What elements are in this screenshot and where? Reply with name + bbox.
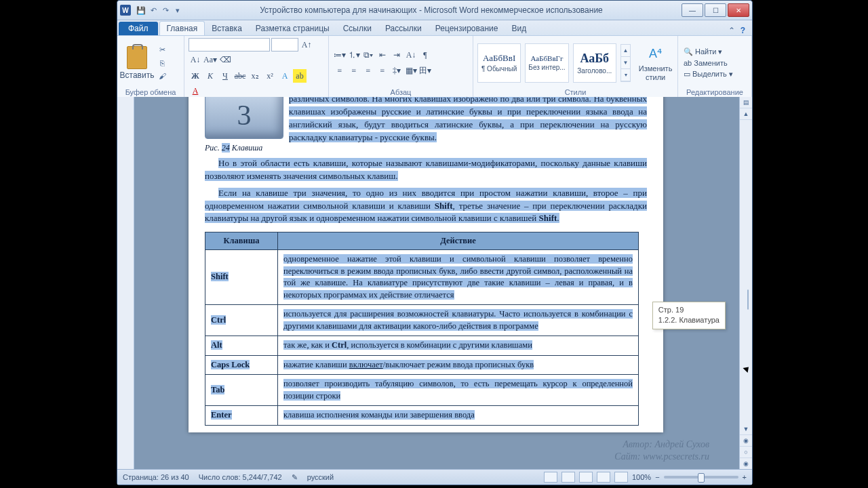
ruler-toggle-icon[interactable]: ▤ <box>740 97 752 108</box>
format-painter-icon[interactable]: 🖌 <box>157 70 167 81</box>
browse-object-icon[interactable]: ○ <box>740 447 752 458</box>
outdent-icon[interactable]: ⇤ <box>376 48 389 62</box>
word-window: W 💾 ↶ ↷ ▾ Устройство компьютера для начи… <box>117 0 753 485</box>
scroll-down-icon[interactable]: ▼ <box>740 424 752 435</box>
figure-key-image: 3 <box>205 97 283 139</box>
next-page-icon[interactable]: ◉ <box>740 458 752 470</box>
find-icon: 🔍 <box>684 47 693 56</box>
table-header: Действие <box>278 232 639 250</box>
minimize-ribbon-icon[interactable]: ⌃ <box>728 26 735 35</box>
find-button[interactable]: 🔍Найти ▾ <box>682 47 734 57</box>
numbering-icon[interactable]: ⒈▾ <box>347 48 361 62</box>
font-size-input[interactable] <box>271 38 298 52</box>
status-page[interactable]: Страница: 26 из 40 <box>123 473 189 481</box>
table-row: Shiftодновременное нажатие этой клавиши … <box>205 250 639 305</box>
table-row: Caps Lockнажатие клавиши включает/выключ… <box>205 355 639 375</box>
table-row: Ctrlиспользуется для расширения возможно… <box>205 305 639 336</box>
superscript-button[interactable]: x² <box>263 69 277 83</box>
scroll-up-icon[interactable]: ▲ <box>740 108 752 120</box>
show-marks-icon[interactable]: ¶ <box>418 48 432 62</box>
scroll-tooltip: Стр. 191.2.2. Клавиатура <box>652 302 726 329</box>
styles-scroll[interactable]: ▲▼▾ <box>620 44 631 82</box>
page-viewport[interactable]: 3 Рис. 24 Клавиша различных символов. На… <box>134 97 739 470</box>
figure-caption: Рис. 24 Клавиша <box>205 143 289 153</box>
shrink-font-icon[interactable]: A↓ <box>189 53 202 66</box>
underline-button[interactable]: Ч <box>218 69 232 83</box>
align-left-icon[interactable]: ≡ <box>333 64 347 77</box>
titlebar: W 💾 ↶ ↷ ▾ Устройство компьютера для начи… <box>117 1 752 20</box>
replace-button[interactable]: abЗаменить <box>682 58 734 68</box>
tab-view[interactable]: Вид <box>505 22 533 35</box>
change-case-icon[interactable]: Aa▾ <box>203 53 217 66</box>
change-styles-label: Изменить стили <box>637 64 673 81</box>
ruler-vertical[interactable] <box>117 97 134 470</box>
view-print-layout[interactable] <box>544 472 557 483</box>
watermark: Автор: Андрей СуховСайт: www.pcsecrets.r… <box>614 439 709 463</box>
prev-page-icon[interactable]: ◉ <box>740 435 752 447</box>
status-words[interactable]: Число слов: 5,244/7,742 <box>199 473 282 481</box>
help-icon[interactable]: ? <box>741 26 745 35</box>
change-styles-button[interactable]: A⁴ Изменить стили <box>637 44 673 81</box>
indent-icon[interactable]: ⇥ <box>390 48 403 62</box>
save-icon[interactable]: 💾 <box>136 5 146 15</box>
cut-icon[interactable]: ✂ <box>157 45 167 56</box>
scroll-thumb[interactable] <box>747 289 749 310</box>
maximize-button[interactable]: ☐ <box>705 3 726 17</box>
tab-mailings[interactable]: Рассылки <box>378 22 429 35</box>
view-draft[interactable] <box>614 472 628 483</box>
zoom-out-button[interactable]: − <box>655 473 659 481</box>
status-proofing-icon[interactable]: ✎ <box>292 473 298 482</box>
select-button[interactable]: ▭Выделить ▾ <box>682 69 734 79</box>
bullets-icon[interactable]: ≔▾ <box>333 48 347 62</box>
copy-icon[interactable]: ⎘ <box>157 58 167 68</box>
qat-more-icon[interactable]: ▾ <box>173 5 182 15</box>
tab-insert[interactable]: Вставка <box>205 22 249 35</box>
view-web[interactable] <box>579 472 593 483</box>
tab-review[interactable]: Рецензирование <box>429 22 505 35</box>
sort-icon[interactable]: A↓ <box>404 48 418 62</box>
minimize-button[interactable]: — <box>682 3 703 17</box>
bold-button[interactable]: Ж <box>189 69 202 83</box>
zoom-in-button[interactable]: + <box>743 473 747 481</box>
align-right-icon[interactable]: ≡ <box>361 64 375 77</box>
font-name-input[interactable] <box>189 38 270 52</box>
tab-file[interactable]: Файл <box>119 22 158 35</box>
font-color-icon[interactable]: A <box>189 84 202 98</box>
redo-icon[interactable]: ↷ <box>161 5 170 15</box>
table-row: Tabпозволяет производить табуляцию симво… <box>205 375 639 406</box>
view-fullscreen[interactable] <box>561 472 575 483</box>
window-title: Устройство компьютера для начинающих - M… <box>182 5 680 15</box>
clear-formatting-icon[interactable]: ⌫ <box>218 53 232 66</box>
grow-font-icon[interactable]: A↑ <box>300 38 313 52</box>
multilevel-icon[interactable]: ⧉▾ <box>361 48 375 62</box>
line-spacing-icon[interactable]: ‡▾ <box>390 64 403 77</box>
ribbon-tabs: Файл Главная Вставка Разметка страницы С… <box>117 20 752 36</box>
subscript-button[interactable]: x₂ <box>248 69 262 83</box>
table-row: Enterклавиша исполнения команды или заве… <box>205 406 639 426</box>
shading-icon[interactable]: ▦▾ <box>404 64 418 77</box>
strike-button[interactable]: abc <box>233 69 247 83</box>
style-heading[interactable]: АаБбЗаголово... <box>573 43 616 83</box>
app-icon: W <box>120 5 131 16</box>
tab-references[interactable]: Ссылки <box>336 22 378 35</box>
italic-button[interactable]: К <box>203 69 217 83</box>
select-icon: ▭ <box>684 70 690 79</box>
justify-icon[interactable]: ≡ <box>376 64 389 77</box>
borders-icon[interactable]: 田▾ <box>418 64 432 77</box>
undo-icon[interactable]: ↶ <box>149 5 158 15</box>
paste-button[interactable]: Вставить <box>121 46 153 80</box>
style-no-spacing[interactable]: АаБбВвГгБез интер... <box>525 43 568 83</box>
zoom-level[interactable]: 100% <box>632 473 651 481</box>
status-language[interactable]: русский <box>307 473 334 481</box>
tab-home[interactable]: Главная <box>159 21 205 35</box>
body-text: Если на клавише три значения, то одно из… <box>205 187 647 226</box>
view-outline[interactable] <box>597 472 610 483</box>
tab-layout[interactable]: Разметка страницы <box>249 22 336 35</box>
align-center-icon[interactable]: ≡ <box>347 64 361 77</box>
highlight-icon[interactable]: ab <box>293 69 307 83</box>
close-button[interactable]: ✕ <box>728 3 749 17</box>
style-normal[interactable]: АаБбВвІ¶ Обычный <box>477 43 521 83</box>
scrollbar-vertical[interactable]: ▤ ▲ ▼ ◉ ○ ◉ <box>739 97 752 470</box>
zoom-slider[interactable] <box>664 476 738 479</box>
text-effects-icon[interactable]: A <box>278 69 292 83</box>
